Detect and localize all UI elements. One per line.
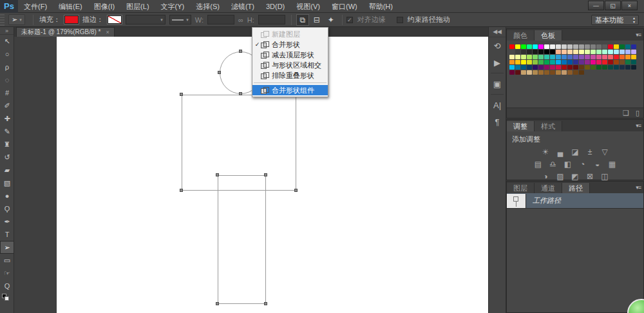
color-swatch[interactable] <box>527 44 532 49</box>
menu-编辑(E)[interactable]: 编辑(E) <box>53 0 88 13</box>
color-swatch[interactable] <box>509 50 515 54</box>
hue-saturation-icon[interactable]: ▤ <box>532 158 544 169</box>
marquee-tool[interactable]: ○ <box>0 48 14 61</box>
color-swatch[interactable] <box>591 44 596 49</box>
curves-icon[interactable]: ◪ <box>569 146 582 157</box>
color-swatch[interactable] <box>573 65 578 70</box>
color-swatch[interactable] <box>602 60 607 64</box>
color-swatch[interactable] <box>608 65 613 70</box>
color-swatch[interactable] <box>625 60 630 64</box>
color-swatch[interactable] <box>562 50 567 54</box>
color-swatch[interactable] <box>533 50 538 54</box>
threshold-icon[interactable]: ◩ <box>569 171 582 182</box>
collapse-tools-icon[interactable]: » <box>0 27 14 35</box>
color-swatch[interactable] <box>544 50 549 54</box>
vibrance-icon[interactable]: ▽ <box>599 146 611 157</box>
color-swatch[interactable] <box>556 55 561 59</box>
close-button[interactable]: × <box>621 1 638 10</box>
color-swatch[interactable] <box>538 50 544 54</box>
swatches-tab-颜色[interactable]: 颜色 <box>507 30 535 41</box>
anchor-point[interactable] <box>218 71 221 74</box>
color-swatch[interactable] <box>533 55 538 59</box>
color-swatch[interactable] <box>625 65 630 70</box>
color-swatch[interactable] <box>521 70 526 75</box>
combine-shapes-button[interactable]: ⧉ <box>296 14 309 26</box>
menu-文字(Y)[interactable]: 文字(Y) <box>155 0 191 13</box>
close-document-icon[interactable]: × <box>106 29 109 35</box>
color-swatch[interactable] <box>585 50 590 54</box>
fill-color-swatch[interactable] <box>64 15 79 24</box>
color-swatch[interactable] <box>596 55 601 59</box>
color-swatch[interactable] <box>544 44 549 49</box>
dodge-tool[interactable]: Ϙ <box>0 202 14 215</box>
color-swatch[interactable] <box>538 65 544 70</box>
color-swatch[interactable] <box>509 60 515 64</box>
color-swatch[interactable] <box>631 65 636 70</box>
color-swatch[interactable] <box>614 50 619 54</box>
color-swatch[interactable] <box>538 55 544 59</box>
path-selection-tool[interactable]: ➢ <box>0 241 14 254</box>
color-swatch[interactable] <box>544 70 549 75</box>
clone-stamp-tool[interactable]: ♜ <box>0 138 14 151</box>
color-swatch[interactable] <box>596 65 601 70</box>
color-swatch[interactable] <box>602 50 607 54</box>
anchor-point[interactable] <box>239 50 242 53</box>
color-swatch[interactable] <box>533 70 538 75</box>
menu-图层(L)[interactable]: 图层(L) <box>120 0 155 13</box>
path-arrangement-button[interactable]: ✦ <box>325 14 337 26</box>
stroke-color-swatch[interactable] <box>108 15 122 24</box>
exposure-icon[interactable]: ± <box>584 146 596 157</box>
color-swatch[interactable] <box>579 65 584 70</box>
healing-brush-tool[interactable]: ✚ <box>0 112 14 125</box>
color-swatch[interactable] <box>515 50 520 54</box>
posterize-icon[interactable]: ▨ <box>554 171 567 182</box>
color-balance-icon[interactable]: ♎ <box>547 158 559 169</box>
anchor-point[interactable] <box>180 93 183 96</box>
color-swatch[interactable] <box>521 60 526 64</box>
character-panel-icon[interactable]: A| <box>489 97 506 113</box>
color-swatch[interactable] <box>562 65 567 70</box>
color-swatch[interactable] <box>608 44 613 49</box>
color-swatch[interactable] <box>556 50 561 54</box>
link-dimensions-icon[interactable]: ∞ <box>238 16 243 24</box>
color-swatch[interactable] <box>533 44 538 49</box>
color-swatch[interactable] <box>562 55 567 59</box>
color-swatch[interactable] <box>521 50 526 54</box>
anchor-point[interactable] <box>239 92 242 95</box>
anchor-point[interactable] <box>264 173 267 176</box>
color-swatch[interactable] <box>556 70 561 75</box>
default-colors-icon[interactable] <box>1 294 12 301</box>
color-swatch[interactable] <box>608 55 613 59</box>
menu-item-unite-shapes[interactable]: ✓合并形状 <box>252 39 328 50</box>
menu-item-intersect-shape-areas[interactable]: 与形状区域相交 <box>252 60 328 70</box>
color-swatch[interactable] <box>521 65 526 70</box>
color-swatch[interactable] <box>515 44 520 49</box>
photo-filter-icon[interactable]: ◔ <box>576 158 589 169</box>
color-swatch[interactable] <box>573 60 578 64</box>
color-swatch[interactable] <box>544 60 549 64</box>
color-swatch[interactable] <box>544 55 549 59</box>
color-swatch[interactable] <box>567 55 573 59</box>
crop-tool[interactable]: # <box>0 86 14 99</box>
color-swatch[interactable] <box>585 60 590 64</box>
color-swatch[interactable] <box>631 44 636 49</box>
color-swatch[interactable] <box>596 50 601 54</box>
color-swatch[interactable] <box>608 50 613 54</box>
color-swatch[interactable] <box>544 65 549 70</box>
workspace-switcher[interactable]: 基本功能 ▴▾ <box>591 15 639 25</box>
paths-tab-路径[interactable]: 路径 <box>562 183 590 193</box>
delete-swatch-icon[interactable]: ▯ <box>636 109 639 117</box>
align-edges-checkbox[interactable]: ✓ <box>346 17 353 23</box>
adjustments-tab-样式[interactable]: 样式 <box>535 121 562 131</box>
color-swatch[interactable] <box>625 55 630 59</box>
color-swatch[interactable] <box>515 55 520 59</box>
anchor-point[interactable] <box>294 189 298 192</box>
color-swatch[interactable] <box>550 65 555 70</box>
eraser-tool[interactable]: ▰ <box>0 164 14 176</box>
color-swatch[interactable] <box>550 50 555 54</box>
color-swatch[interactable] <box>562 60 567 64</box>
color-swatch[interactable] <box>562 44 567 49</box>
history-brush-tool[interactable]: ↺ <box>0 151 14 164</box>
menu-3D(D)[interactable]: 3D(D) <box>260 0 290 13</box>
menu-文件(F)[interactable]: 文件(F) <box>18 0 53 13</box>
